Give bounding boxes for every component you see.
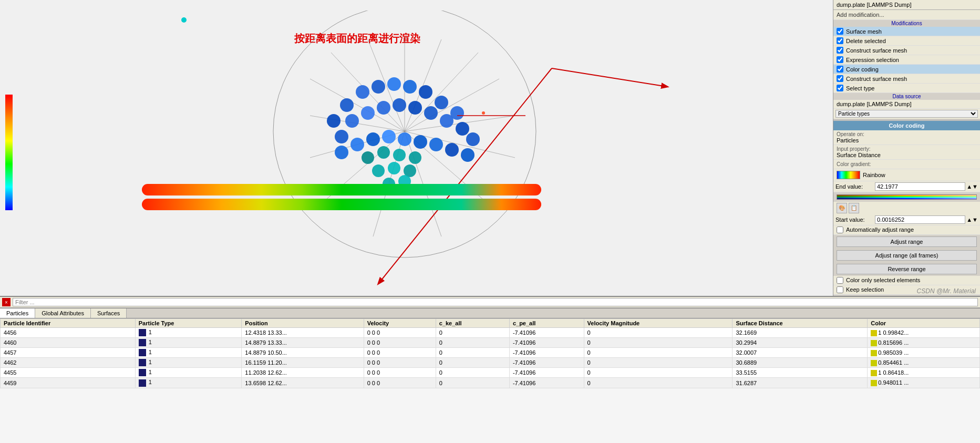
modification-item-expression-selection[interactable]: Expression selection [833,55,980,65]
table-cell-1-8: 0.815696 ... [868,338,980,348]
copy-icon[interactable]: 📋 [849,203,859,213]
modification-checkbox-surface-mesh[interactable] [837,28,843,35]
svg-point-23 [403,80,417,94]
keep-selection-label: Keep selection [846,286,884,293]
tab-surfaces[interactable]: Surfaces [91,308,127,318]
table-cell-0-3: 0 0 0 [364,328,436,338]
end-value-row: End value: ▲▼ [833,181,980,192]
modification-checkbox-delete-selected[interactable] [837,37,843,44]
start-value-row: Start value: ▲▼ [833,214,980,225]
modification-label-construct-surface-mesh-2: Construct surface mesh [846,76,977,82]
modification-item-surface-mesh[interactable]: Surface mesh [833,27,980,36]
table-row[interactable]: 4459 113.6598 12.62...0 0 00-7.41096031.… [1,378,980,388]
reverse-range-btn[interactable]: Reverse range [837,264,977,274]
table-cell-4-6: 0 [584,368,733,378]
modification-checkbox-construct-surface-mesh-2[interactable] [837,75,843,82]
filter-close-btn[interactable]: × [2,298,11,306]
start-value-spinner[interactable]: ▲▼ [966,217,978,223]
col-header-4[interactable]: c_ke_all [436,319,509,328]
gradient-bar[interactable] [837,171,860,179]
col-header-6[interactable]: Velocity Magnitude [584,319,733,328]
table-row[interactable]: 4456 112.4318 13.33...0 0 00-7.41096032.… [1,328,980,338]
color-only-selected-checkbox[interactable] [837,277,843,284]
svg-point-28 [335,130,348,143]
svg-point-49 [393,149,406,161]
modification-label-delete-selected: Delete selected [846,38,977,44]
gradient-display-row[interactable]: Rainbow [833,169,980,181]
table-cell-1-6: 0 [584,338,733,348]
end-value-spinner[interactable]: ▲▼ [966,183,978,190]
keep-selection-checkbox[interactable] [837,286,843,293]
svg-point-29 [345,114,359,128]
svg-point-48 [377,146,390,159]
svg-point-30 [361,106,375,120]
modification-item-construct-surface-mesh-2[interactable]: Construct surface mesh [833,74,980,84]
table-cell-3-1: 1 [135,358,242,368]
bottom-strips [142,183,541,212]
table-cell-0-8: 1 0.99842... [868,328,980,338]
filter-input[interactable] [13,298,978,306]
table-row[interactable]: 4462 116.1159 11.20...0 0 00-7.41096030.… [1,358,980,368]
end-value-input[interactable] [875,182,965,191]
operate-on-row: Operate on: Particles [833,130,980,145]
modification-item-delete-selected[interactable]: Delete selected [833,36,980,46]
table-cell-4-5: -7.41096 [509,368,584,378]
auto-adjust-checkbox[interactable] [837,226,843,233]
table-cell-4-8: 1 0.86418... [868,368,980,378]
table-cell-2-5: -7.41096 [509,348,584,358]
table-row[interactable]: 4460 114.8879 13.33...0 0 00-7.41096030.… [1,338,980,348]
modification-checkbox-expression-selection[interactable] [837,56,843,63]
table-cell-0-7: 32.1669 [733,328,868,338]
svg-rect-61 [142,199,541,210]
tab-global-attributes[interactable]: Global Attributes [35,308,91,318]
modification-label-color-coding: Color coding [846,66,977,73]
modification-checkbox-construct-surface-mesh-1[interactable] [837,47,843,54]
modification-item-color-coding[interactable]: Color coding [833,65,980,74]
table-row[interactable]: 4455 111.2038 12.62...0 0 00-7.41096033.… [1,368,980,378]
auto-adjust-row[interactable]: Automatically adjust range [833,225,980,235]
table-cell-3-5: -7.41096 [509,358,584,368]
start-value-input[interactable] [875,215,965,224]
color-swatch [871,340,877,346]
tab-particles[interactable]: Particles [0,308,35,318]
modification-item-construct-surface-mesh-1[interactable]: Construct surface mesh [833,46,980,55]
table-cell-0-0: 4456 [1,328,136,338]
modifications-label: Modifications [833,20,980,27]
modification-label-expression-selection: Expression selection [846,57,977,63]
modification-item-select-type[interactable]: Select type [833,84,980,93]
svg-rect-60 [142,184,541,195]
table-header: Particle IdentifierParticle TypePosition… [1,319,980,328]
svg-point-31 [377,101,390,115]
color-gradient-label: Color gradient: [837,161,871,167]
col-header-2[interactable]: Position [242,319,364,328]
modification-checkbox-select-type[interactable] [837,85,843,91]
add-modification-btn[interactable]: Add modification... [833,10,980,20]
col-header-3[interactable]: Velocity [364,319,436,328]
table-cell-1-0: 4460 [1,338,136,348]
col-header-0[interactable]: Particle Identifier [1,319,136,328]
particle-types-row[interactable]: Particle types [833,109,980,119]
svg-point-38 [335,146,348,159]
table-cell-4-2: 11.2038 12.62... [242,368,364,378]
modification-label-construct-surface-mesh-1: Construct surface mesh [846,47,977,54]
modification-checkbox-color-coding[interactable] [837,66,843,73]
svg-point-45 [445,143,459,157]
color-swatch [871,360,877,366]
col-header-8[interactable]: Color [868,319,980,328]
col-header-7[interactable]: Surface Distance [733,319,868,328]
main-layout: 按距离表面的距离进行渲染 [0,0,980,443]
adjust-range-btn[interactable]: Adjust range [837,236,977,247]
adjust-range-all-btn[interactable]: Adjust range (all frames) [837,250,977,261]
svg-point-37 [466,132,480,146]
color-only-selected-row[interactable]: Color only selected elements [833,276,980,285]
col-header-1[interactable]: Particle Type [135,319,242,328]
table-row[interactable]: 4457 114.8879 10.50...0 0 00-7.41096032.… [1,348,980,358]
pipeline-header: dump.plate [LAMMPS Dump] [833,0,980,10]
svg-point-43 [414,135,427,149]
particle-types-select[interactable]: Particle types [835,110,978,118]
table-cell-1-4: 0 [436,338,509,348]
table-cell-5-5: -7.41096 [509,378,584,388]
col-header-5[interactable]: c_pe_all [509,319,584,328]
color-picker-icon[interactable]: 🎨 [837,203,847,213]
particle-type-icon [139,349,146,356]
